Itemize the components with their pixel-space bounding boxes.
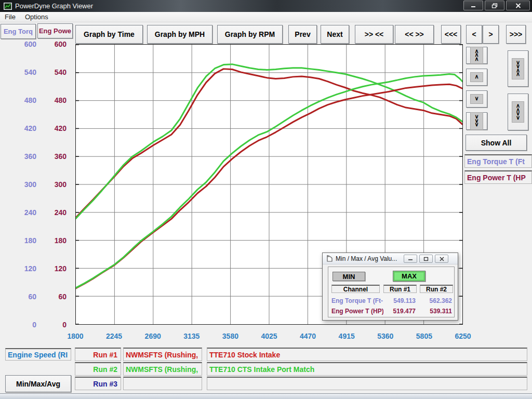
y-tick-label-power: 540 bbox=[39, 68, 66, 76]
y-zoom-in-button[interactable]: ∨ ∨ ∧ ∧ bbox=[508, 50, 528, 87]
run2-label-box: Run #2 bbox=[75, 362, 121, 376]
run2-comment2-box: TTE710 CTS Intake Port Match bbox=[207, 362, 527, 376]
x-tick-label: 4915 bbox=[330, 332, 363, 340]
torque-channel-label[interactable]: Eng Torque T (Ft bbox=[464, 154, 532, 168]
minmax-window-title: Min / Max / Avg Valu... bbox=[336, 255, 397, 262]
y-tick-label-power: 0 bbox=[39, 321, 66, 329]
window-bottom-frame bbox=[0, 393, 532, 399]
y-tick-label-power: 240 bbox=[39, 208, 66, 217]
title-bar: PowerDyne Graph Viewer bbox=[0, 0, 532, 12]
y-tick-label-power: 60 bbox=[39, 292, 66, 301]
y-scroll-down-button[interactable]: ∨ bbox=[466, 90, 487, 108]
y-tick-label-torque: 480 bbox=[9, 96, 36, 104]
y-tick-label-torque: 300 bbox=[9, 180, 36, 189]
x-axis-labels: 1800224526903135358040254470491553605805… bbox=[75, 332, 463, 341]
y-tick-label-torque: 360 bbox=[9, 152, 36, 161]
channel-toggle-torque[interactable]: Eng Torq bbox=[1, 24, 36, 39]
menu-options[interactable]: Options bbox=[20, 12, 53, 22]
run1-comment2: TTE710 Stock Intake bbox=[209, 351, 280, 359]
x-tick-label: 6250 bbox=[446, 332, 480, 340]
minmax-restore-button[interactable] bbox=[419, 255, 433, 263]
run1-label: Run #1 bbox=[93, 351, 117, 359]
y-tick-label-torque: 240 bbox=[9, 208, 36, 217]
y-tick-label-power: 480 bbox=[39, 96, 66, 104]
y-tick-label-torque: 120 bbox=[9, 264, 36, 273]
x-tick-label: 3580 bbox=[214, 332, 247, 340]
menu-file[interactable]: File bbox=[0, 12, 20, 22]
minmax-row-power-channel: Eng Power T (HP) bbox=[331, 308, 383, 315]
channel-toggle-power-label: Eng Powe bbox=[39, 27, 71, 35]
channel-toggle-power[interactable]: Eng Powe bbox=[37, 23, 73, 38]
graph-by-mph-button[interactable]: Graph by MPH bbox=[147, 25, 212, 44]
column-header-run2: Run #2 bbox=[420, 285, 453, 293]
y-tick-label-torque: 180 bbox=[9, 236, 36, 245]
minmax-row-torque-run2: 562.362 bbox=[420, 297, 452, 304]
menu-bar: File Options bbox=[0, 12, 532, 22]
minmax-minimize-button[interactable] bbox=[404, 255, 417, 263]
y-tick-label-power: 300 bbox=[39, 180, 66, 189]
chevrons-expand-icon: ∧ ∧ ∨ ∨ bbox=[512, 101, 524, 123]
y-tick-label-power: 120 bbox=[39, 264, 66, 273]
x-channel-label: Engine Speed (RI bbox=[5, 348, 71, 361]
run3-label-box: Run #3 bbox=[75, 377, 121, 390]
minmax-minimize-icon bbox=[408, 257, 413, 261]
graph-by-rpm-button[interactable]: Graph by RPM bbox=[217, 25, 283, 44]
close-button[interactable] bbox=[506, 1, 530, 10]
restore-button[interactable] bbox=[485, 1, 504, 10]
y-tick-label-power: 360 bbox=[39, 152, 66, 161]
x-tick-label: 3135 bbox=[175, 332, 208, 340]
column-header-channel: Channel bbox=[331, 285, 380, 293]
y-tick-label-torque: 600 bbox=[9, 40, 36, 48]
scroll-left-button[interactable]: < bbox=[466, 25, 482, 44]
chevrons-down-fast-icon: ∨ ∨ ∨ bbox=[470, 112, 483, 130]
run1-comment1: NWMSFTS (Rushing, bbox=[126, 351, 198, 359]
max-button[interactable]: MAX bbox=[393, 271, 425, 282]
power-channel-label-text: Eng Power T (HP bbox=[467, 174, 526, 182]
torque-channel-label-text: Eng Torque T (Ft bbox=[467, 157, 525, 166]
scroll-left-fast-button[interactable]: <<< bbox=[441, 25, 461, 44]
channel-toggle-torque-label: Eng Torq bbox=[4, 28, 33, 35]
y-zoom-out-button[interactable]: ∧ ∧ ∨ ∨ bbox=[508, 94, 528, 130]
restore-icon bbox=[491, 3, 498, 8]
zoom-out-x-button[interactable]: << >> bbox=[395, 25, 434, 44]
prev-button[interactable]: Prev bbox=[288, 25, 317, 44]
x-tick-label: 5805 bbox=[407, 332, 441, 340]
x-tick-label: 1800 bbox=[59, 332, 92, 340]
minimize-button[interactable] bbox=[463, 1, 483, 10]
x-tick-label: 4025 bbox=[252, 332, 286, 340]
graph-by-time-button[interactable]: Graph by Time bbox=[75, 25, 143, 44]
minmax-window: Min / Max / Avg Valu... MIN MAX Channel … bbox=[322, 252, 458, 321]
y-axis-power-labels: 060120180240300360420480540600 bbox=[39, 44, 66, 325]
run1-comment2-box: TTE710 Stock Intake bbox=[207, 348, 527, 361]
y-scroll-down-fast-button[interactable]: ∨ ∨ ∨ bbox=[466, 112, 487, 130]
close-icon bbox=[515, 3, 521, 8]
y-scroll-up-fast-button[interactable]: ∧ ∧ ∧ bbox=[466, 47, 487, 64]
x-tick-label: 2690 bbox=[136, 332, 169, 340]
scroll-right-fast-button[interactable]: >>> bbox=[506, 25, 526, 44]
y-scroll-up-button[interactable]: ∧ bbox=[466, 69, 487, 86]
scroll-right-button[interactable]: > bbox=[483, 25, 499, 44]
y-tick-label-torque: 420 bbox=[9, 124, 36, 132]
minmax-close-button[interactable] bbox=[435, 255, 448, 263]
minmax-title-bar[interactable]: Min / Max / Avg Valu... bbox=[323, 253, 458, 264]
y-axis-torque-labels: 060120180240300360420480540600 bbox=[9, 44, 36, 325]
y-tick-label-torque: 0 bbox=[9, 321, 36, 329]
column-header-run1: Run #1 bbox=[383, 285, 417, 293]
y-tick-label-torque: 540 bbox=[9, 68, 36, 76]
show-all-button[interactable]: Show All bbox=[466, 135, 527, 151]
run3-label: Run #3 bbox=[93, 380, 117, 388]
window-title: PowerDyne Graph Viewer bbox=[15, 2, 93, 10]
minmax-row-torque-run1: 549.113 bbox=[383, 297, 416, 304]
run2-comment1-box: NWMSFTS (Rushing, bbox=[123, 362, 202, 376]
minmax-body: MIN MAX Channel Run #1 Run #2 Eng Torque… bbox=[328, 267, 455, 317]
min-button[interactable]: MIN bbox=[332, 272, 365, 281]
run3-comment2-box bbox=[207, 377, 527, 390]
minmax-avg-button[interactable]: Min/Max/Avg bbox=[5, 375, 71, 392]
power-channel-label[interactable]: Eng Power T (HP bbox=[464, 170, 532, 184]
x-channel-label-text: Engine Speed (RI bbox=[8, 351, 68, 359]
zoom-in-x-button[interactable]: >> << bbox=[355, 25, 393, 44]
y-tick-label-torque: 60 bbox=[9, 292, 36, 301]
minmax-restore-icon bbox=[423, 257, 429, 261]
run3-comment1-box bbox=[123, 377, 202, 390]
next-button[interactable]: Next bbox=[321, 25, 349, 44]
